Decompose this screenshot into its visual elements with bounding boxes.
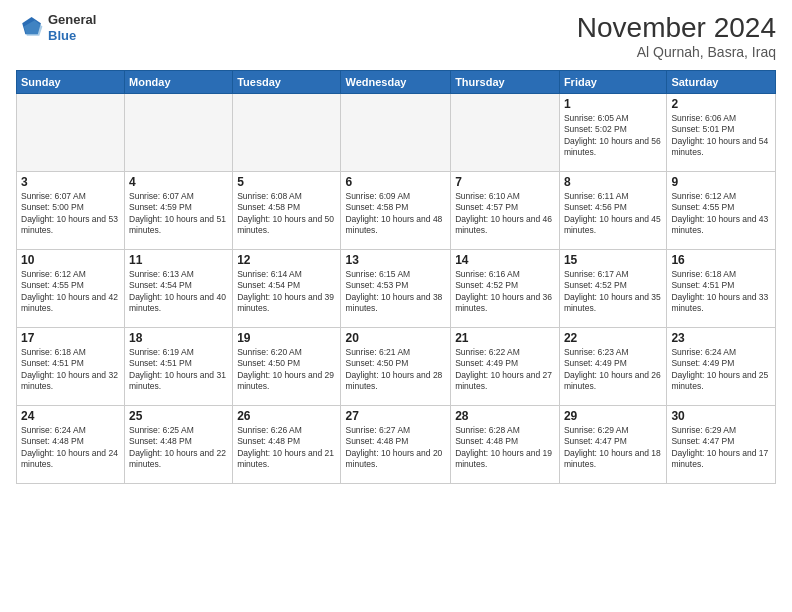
day-number: 30: [671, 409, 771, 423]
day-number: 24: [21, 409, 120, 423]
day-info: Sunrise: 6:12 AM Sunset: 4:55 PM Dayligh…: [671, 191, 771, 237]
day-number: 13: [345, 253, 446, 267]
day-info: Sunrise: 6:14 AM Sunset: 4:54 PM Dayligh…: [237, 269, 336, 315]
day-cell-10: 10Sunrise: 6:12 AM Sunset: 4:55 PM Dayli…: [17, 250, 125, 328]
col-header-monday: Monday: [125, 71, 233, 94]
week-row-4: 17Sunrise: 6:18 AM Sunset: 4:51 PM Dayli…: [17, 328, 776, 406]
day-cell-17: 17Sunrise: 6:18 AM Sunset: 4:51 PM Dayli…: [17, 328, 125, 406]
day-info: Sunrise: 6:18 AM Sunset: 4:51 PM Dayligh…: [671, 269, 771, 315]
empty-cell: [451, 94, 560, 172]
col-header-thursday: Thursday: [451, 71, 560, 94]
day-cell-1: 1Sunrise: 6:05 AM Sunset: 5:02 PM Daylig…: [559, 94, 666, 172]
day-cell-29: 29Sunrise: 6:29 AM Sunset: 4:47 PM Dayli…: [559, 406, 666, 484]
day-number: 18: [129, 331, 228, 345]
day-info: Sunrise: 6:13 AM Sunset: 4:54 PM Dayligh…: [129, 269, 228, 315]
logo-icon: [16, 14, 44, 42]
day-number: 22: [564, 331, 662, 345]
day-info: Sunrise: 6:06 AM Sunset: 5:01 PM Dayligh…: [671, 113, 771, 159]
day-cell-24: 24Sunrise: 6:24 AM Sunset: 4:48 PM Dayli…: [17, 406, 125, 484]
col-header-tuesday: Tuesday: [233, 71, 341, 94]
day-info: Sunrise: 6:23 AM Sunset: 4:49 PM Dayligh…: [564, 347, 662, 393]
day-number: 28: [455, 409, 555, 423]
page: General Blue November 2024 Al Qurnah, Ba…: [0, 0, 792, 612]
day-info: Sunrise: 6:20 AM Sunset: 4:50 PM Dayligh…: [237, 347, 336, 393]
day-number: 6: [345, 175, 446, 189]
logo-text: General Blue: [48, 12, 96, 43]
day-number: 5: [237, 175, 336, 189]
day-info: Sunrise: 6:16 AM Sunset: 4:52 PM Dayligh…: [455, 269, 555, 315]
day-number: 8: [564, 175, 662, 189]
day-info: Sunrise: 6:10 AM Sunset: 4:57 PM Dayligh…: [455, 191, 555, 237]
day-number: 17: [21, 331, 120, 345]
col-header-friday: Friday: [559, 71, 666, 94]
day-number: 19: [237, 331, 336, 345]
day-cell-6: 6Sunrise: 6:09 AM Sunset: 4:58 PM Daylig…: [341, 172, 451, 250]
day-number: 29: [564, 409, 662, 423]
day-info: Sunrise: 6:18 AM Sunset: 4:51 PM Dayligh…: [21, 347, 120, 393]
day-cell-12: 12Sunrise: 6:14 AM Sunset: 4:54 PM Dayli…: [233, 250, 341, 328]
day-cell-3: 3Sunrise: 6:07 AM Sunset: 5:00 PM Daylig…: [17, 172, 125, 250]
day-number: 20: [345, 331, 446, 345]
day-info: Sunrise: 6:28 AM Sunset: 4:48 PM Dayligh…: [455, 425, 555, 471]
day-cell-9: 9Sunrise: 6:12 AM Sunset: 4:55 PM Daylig…: [667, 172, 776, 250]
day-info: Sunrise: 6:09 AM Sunset: 4:58 PM Dayligh…: [345, 191, 446, 237]
day-info: Sunrise: 6:24 AM Sunset: 4:48 PM Dayligh…: [21, 425, 120, 471]
day-cell-19: 19Sunrise: 6:20 AM Sunset: 4:50 PM Dayli…: [233, 328, 341, 406]
day-cell-4: 4Sunrise: 6:07 AM Sunset: 4:59 PM Daylig…: [125, 172, 233, 250]
day-cell-8: 8Sunrise: 6:11 AM Sunset: 4:56 PM Daylig…: [559, 172, 666, 250]
day-cell-30: 30Sunrise: 6:29 AM Sunset: 4:47 PM Dayli…: [667, 406, 776, 484]
day-cell-11: 11Sunrise: 6:13 AM Sunset: 4:54 PM Dayli…: [125, 250, 233, 328]
week-row-3: 10Sunrise: 6:12 AM Sunset: 4:55 PM Dayli…: [17, 250, 776, 328]
day-cell-28: 28Sunrise: 6:28 AM Sunset: 4:48 PM Dayli…: [451, 406, 560, 484]
day-number: 7: [455, 175, 555, 189]
day-cell-26: 26Sunrise: 6:26 AM Sunset: 4:48 PM Dayli…: [233, 406, 341, 484]
day-number: 15: [564, 253, 662, 267]
day-number: 9: [671, 175, 771, 189]
day-number: 3: [21, 175, 120, 189]
location-title: Al Qurnah, Basra, Iraq: [577, 44, 776, 60]
week-row-1: 1Sunrise: 6:05 AM Sunset: 5:02 PM Daylig…: [17, 94, 776, 172]
day-info: Sunrise: 6:15 AM Sunset: 4:53 PM Dayligh…: [345, 269, 446, 315]
day-number: 23: [671, 331, 771, 345]
day-info: Sunrise: 6:12 AM Sunset: 4:55 PM Dayligh…: [21, 269, 120, 315]
empty-cell: [125, 94, 233, 172]
day-number: 14: [455, 253, 555, 267]
day-cell-13: 13Sunrise: 6:15 AM Sunset: 4:53 PM Dayli…: [341, 250, 451, 328]
day-number: 16: [671, 253, 771, 267]
day-number: 4: [129, 175, 228, 189]
day-cell-23: 23Sunrise: 6:24 AM Sunset: 4:49 PM Dayli…: [667, 328, 776, 406]
day-info: Sunrise: 6:08 AM Sunset: 4:58 PM Dayligh…: [237, 191, 336, 237]
empty-cell: [233, 94, 341, 172]
day-cell-7: 7Sunrise: 6:10 AM Sunset: 4:57 PM Daylig…: [451, 172, 560, 250]
day-info: Sunrise: 6:21 AM Sunset: 4:50 PM Dayligh…: [345, 347, 446, 393]
day-info: Sunrise: 6:22 AM Sunset: 4:49 PM Dayligh…: [455, 347, 555, 393]
empty-cell: [341, 94, 451, 172]
day-cell-18: 18Sunrise: 6:19 AM Sunset: 4:51 PM Dayli…: [125, 328, 233, 406]
day-cell-21: 21Sunrise: 6:22 AM Sunset: 4:49 PM Dayli…: [451, 328, 560, 406]
day-number: 10: [21, 253, 120, 267]
col-header-wednesday: Wednesday: [341, 71, 451, 94]
day-cell-22: 22Sunrise: 6:23 AM Sunset: 4:49 PM Dayli…: [559, 328, 666, 406]
week-row-2: 3Sunrise: 6:07 AM Sunset: 5:00 PM Daylig…: [17, 172, 776, 250]
day-number: 1: [564, 97, 662, 111]
week-row-5: 24Sunrise: 6:24 AM Sunset: 4:48 PM Dayli…: [17, 406, 776, 484]
day-number: 2: [671, 97, 771, 111]
day-cell-14: 14Sunrise: 6:16 AM Sunset: 4:52 PM Dayli…: [451, 250, 560, 328]
logo-general: General: [48, 12, 96, 27]
header: General Blue November 2024 Al Qurnah, Ba…: [16, 12, 776, 60]
day-cell-20: 20Sunrise: 6:21 AM Sunset: 4:50 PM Dayli…: [341, 328, 451, 406]
title-block: November 2024 Al Qurnah, Basra, Iraq: [577, 12, 776, 60]
day-cell-16: 16Sunrise: 6:18 AM Sunset: 4:51 PM Dayli…: [667, 250, 776, 328]
day-cell-2: 2Sunrise: 6:06 AM Sunset: 5:01 PM Daylig…: [667, 94, 776, 172]
day-info: Sunrise: 6:29 AM Sunset: 4:47 PM Dayligh…: [564, 425, 662, 471]
day-number: 11: [129, 253, 228, 267]
month-title: November 2024: [577, 12, 776, 44]
day-cell-27: 27Sunrise: 6:27 AM Sunset: 4:48 PM Dayli…: [341, 406, 451, 484]
day-info: Sunrise: 6:07 AM Sunset: 5:00 PM Dayligh…: [21, 191, 120, 237]
empty-cell: [17, 94, 125, 172]
logo-blue-text: Blue: [48, 28, 76, 43]
day-info: Sunrise: 6:29 AM Sunset: 4:47 PM Dayligh…: [671, 425, 771, 471]
day-info: Sunrise: 6:26 AM Sunset: 4:48 PM Dayligh…: [237, 425, 336, 471]
day-info: Sunrise: 6:27 AM Sunset: 4:48 PM Dayligh…: [345, 425, 446, 471]
day-info: Sunrise: 6:24 AM Sunset: 4:49 PM Dayligh…: [671, 347, 771, 393]
